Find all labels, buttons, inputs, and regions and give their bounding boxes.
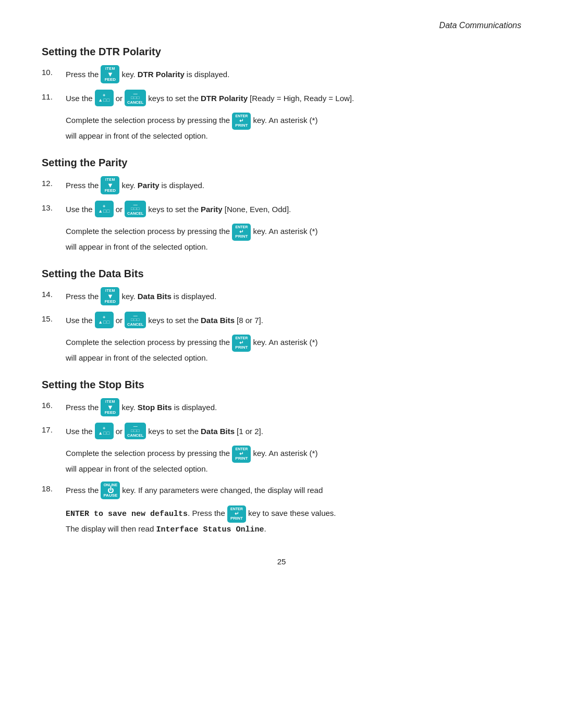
step-16: 16. Press the ITEM ▼ FEED key. Stop Bits… [42,398,521,416]
text: or [116,92,123,105]
section-heading-parity: Setting the Parity [42,157,521,169]
step-10: 10. Press the ITEM ▼ FEED key. DTR Polar… [42,65,521,83]
text: key. [121,290,135,303]
step-num-17: 17. [42,423,66,434]
text: key. [121,68,135,81]
text: keys to set the [148,92,199,105]
cancel-key-15: — □□□ CANCEL [125,312,146,328]
plus-key-17: + ▲□□ [95,423,114,439]
text: keys to set the [148,203,199,216]
step-content-16: Press the ITEM ▼ FEED key. Stop Bits is … [66,398,217,416]
cancel-key-17: — □□□ CANCEL [125,423,146,439]
text: Use the [66,425,93,438]
step-content-10: Press the ITEM ▼ FEED key. DTR Polarity … [66,65,229,83]
data-bits-label-14: Data Bits [138,290,172,303]
step-content-17: Use the + ▲□□ or — □□□ CANCEL keys to se… [66,423,263,439]
text: Press the [66,179,99,192]
text: is displayed. [174,290,217,303]
step-17: 17. Use the + ▲□□ or — □□□ CANCEL keys t… [42,423,521,439]
section-dtr-polarity: Setting the DTR Polarity 10. Press the I… [42,46,521,142]
online-pause-key-18: ONLINE ⏻ PAUSE [101,482,120,499]
step-num-11: 11. [42,90,66,101]
cancel-key-11: — □□□ CANCEL [125,90,146,106]
step-num-18: 18. [42,482,66,493]
section-heading-data-bits: Setting the Data Bits [42,268,521,280]
page-number: 25 [277,557,286,566]
text: keys to set the [148,314,199,327]
text: Press the [66,484,99,497]
step-content-18: Press the ONLINE ⏻ PAUSE key. If any par… [66,482,323,499]
text: Use the [66,314,93,327]
note-data-bits: Complete the selection process by pressi… [66,335,521,364]
text: is displayed. [174,401,217,414]
stop-bits-label-16: Stop Bits [138,401,172,414]
section-heading-stop-bits: Setting the Stop Bits [42,379,521,391]
step-13: 13. Use the + ▲□□ or — □□□ CANCEL keys t… [42,201,521,217]
step-num-10: 10. [42,65,66,77]
step-18: 18. Press the ONLINE ⏻ PAUSE key. If any… [42,482,521,499]
item-feed-key-16: ITEM ▼ FEED [101,398,119,416]
step-content-11: Use the + ▲□□ or — □□□ CANCEL keys to se… [66,90,354,106]
note-stop-bits: Complete the selection process by pressi… [66,446,521,475]
enter-print-key-stopbits: ENTER ↵ PRINT [232,446,251,462]
page-footer: 25 [42,557,521,566]
text: keys to set the [148,425,199,438]
item-feed-key-14: ITEM ▼ FEED [101,287,119,305]
step-12: 12. Press the ITEM ▼ FEED key. Parity is… [42,176,521,194]
text: key. [121,179,135,192]
dtr-polarity-label-11: DTR Polarity [201,92,248,105]
item-feed-key-10: ITEM ▼ FEED [101,65,119,83]
step-num-15: 15. [42,312,66,323]
step-num-14: 14. [42,287,66,299]
step-content-13: Use the + ▲□□ or — □□□ CANCEL keys to se… [66,201,291,217]
step-15: 15. Use the + ▲□□ or — □□□ CANCEL keys t… [42,312,521,328]
text: key. If any parameters were changed, the… [122,484,323,497]
parity-label-12: Parity [138,179,160,192]
text: [1 or 2]. [237,425,263,438]
section-stop-bits: Setting the Stop Bits 16. Press the ITEM… [42,379,521,536]
data-bits-label-17: Data Bits [201,425,235,438]
page-header: Data Communications [42,21,521,30]
text: is displayed. [187,68,230,81]
section-data-bits: Setting the Data Bits 14. Press the ITEM… [42,268,521,364]
plus-key-11: + ▲□□ [95,90,114,106]
step-content-14: Press the ITEM ▼ FEED key. Data Bits is … [66,287,216,305]
final-note: ENTER to save new defaults. Press the EN… [66,505,521,536]
section-parity: Setting the Parity 12. Press the ITEM ▼ … [42,157,521,253]
note-parity: Complete the selection process by pressi… [66,224,521,253]
step-14: 14. Press the ITEM ▼ FEED key. Data Bits… [42,287,521,305]
plus-key-13: + ▲□□ [95,201,114,217]
step-content-15: Use the + ▲□□ or — □□□ CANCEL keys to se… [66,312,263,328]
text: Press the [66,401,99,414]
text: Use the [66,92,93,105]
text: or [116,425,123,438]
header-title: Data Communications [439,21,521,30]
step-content-12: Press the ITEM ▼ FEED key. Parity is dis… [66,176,204,194]
enter-print-key-parity: ENTER ↵ PRINT [232,224,251,240]
plus-key-15: + ▲□□ [95,312,114,328]
interface-status-text: Interface Status Online [156,525,264,534]
enter-print-key-databits: ENTER ↵ PRINT [232,335,251,351]
enter-print-key-final: ENTER ↵ PRINT [227,505,246,522]
parity-label-13: Parity [201,203,223,216]
text: or [116,203,123,216]
text: [None, Even, Odd]. [225,203,291,216]
section-heading-dtr-polarity: Setting the DTR Polarity [42,46,521,58]
step-num-16: 16. [42,398,66,410]
text: key. [121,401,135,414]
text: [8 or 7]. [237,314,263,327]
note-dtr-polarity: Complete the selection process by pressi… [66,113,521,142]
enter-print-key-dtr: ENTER ↵ PRINT [232,113,251,129]
text: Press the [66,68,99,81]
step-num-12: 12. [42,176,66,188]
item-feed-key-12: ITEM ▼ FEED [101,176,119,194]
text: Use the [66,203,93,216]
text: [Ready = High, Ready = Low]. [250,92,354,105]
cancel-key-13: — □□□ CANCEL [125,201,146,217]
enter-save-text: ENTER to save new defaults [66,510,188,519]
text: is displayed. [161,179,204,192]
step-11: 11. Use the + ▲□□ or — □□□ CANCEL keys t… [42,90,521,106]
text: Press the [66,290,99,303]
data-bits-label-15: Data Bits [201,314,235,327]
text: or [116,314,123,327]
